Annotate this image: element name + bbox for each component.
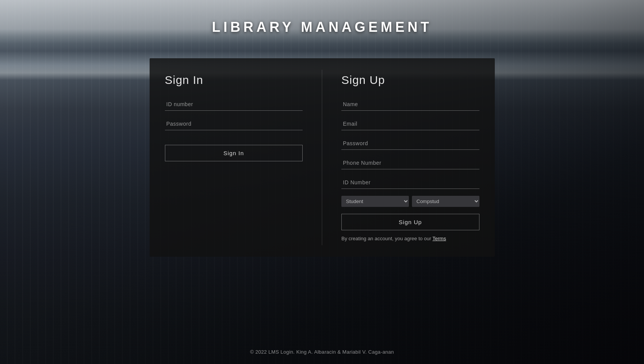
terms-prefix: By creating an account, you agree to our (341, 236, 433, 241)
signin-password-group (165, 118, 303, 130)
signup-password-group (341, 137, 479, 150)
signup-course-select[interactable]: Compstud BSIT BSCS (412, 196, 479, 207)
signin-heading: Sign In (165, 74, 303, 87)
signup-email-input[interactable] (341, 118, 479, 130)
signup-name-input[interactable] (341, 98, 479, 111)
signup-selects-row: Student Faculty Staff Compstud BSIT BSCS (341, 196, 479, 207)
signup-password-input[interactable] (341, 137, 479, 150)
signin-panel: Sign In Sign In (150, 58, 322, 257)
terms-text: By creating an account, you agree to our… (341, 236, 479, 241)
signin-id-input[interactable] (165, 98, 303, 111)
signup-panel: Sign Up Student Faculty Staff (322, 58, 495, 257)
terms-link[interactable]: Terms (433, 236, 446, 241)
signin-button[interactable]: Sign In (165, 145, 303, 161)
signup-phone-input[interactable] (341, 157, 479, 169)
main-card: Sign In Sign In Sign Up (150, 58, 495, 257)
signup-role-select[interactable]: Student Faculty Staff (341, 196, 409, 207)
signin-password-input[interactable] (165, 118, 303, 130)
signup-phone-group (341, 157, 479, 169)
page-title: LIBRARY MANAGEMENT (212, 19, 432, 35)
signup-idnumber-group (341, 176, 479, 189)
signup-heading: Sign Up (341, 74, 479, 87)
signup-email-group (341, 118, 479, 130)
footer-text: © 2022 LMS Login. King A. Albaracin & Ma… (0, 349, 644, 355)
signup-button[interactable]: Sign Up (341, 214, 479, 230)
signin-id-group (165, 98, 303, 111)
signup-idnumber-input[interactable] (341, 176, 479, 189)
signup-name-group (341, 98, 479, 111)
